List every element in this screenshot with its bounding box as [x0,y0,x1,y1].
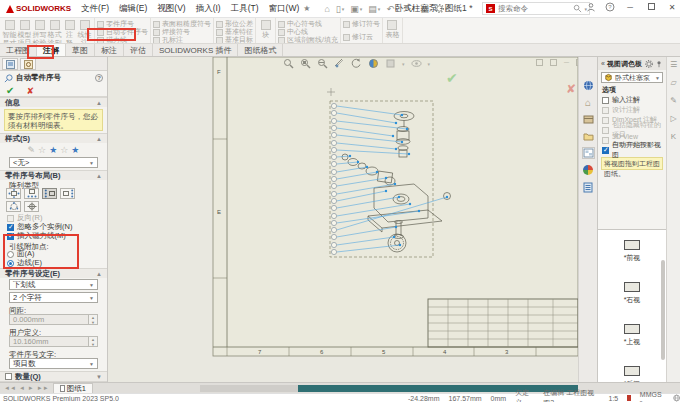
auto-balloons[interactable] [331,103,336,254]
home-icon[interactable]: ⌂ [324,4,329,14]
pm-section-settings[interactable]: 零件序号设定(E)▲ [0,268,107,278]
rotate-view-icon[interactable] [351,58,362,69]
menu-handle-icon[interactable]: ☰ [670,60,677,69]
palette-scrollbar[interactable] [661,260,665,360]
tab-drawing[interactable]: 工程图 [0,44,37,56]
quantity-checkbox[interactable] [5,373,12,380]
zoom-area-icon[interactable] [300,58,311,69]
previous-view-icon[interactable] [317,58,328,69]
pm-section-quantity[interactable]: 数量(Q)▼ [0,371,107,381]
menu-edit[interactable]: 编辑(E) [119,3,147,15]
doc-cascade-icon[interactable] [550,59,557,66]
palette-assembly-combo[interactable]: 卧式柱塞泵▼ [601,72,663,83]
balloon-marker[interactable] [331,169,336,174]
auto-start-projected-view-checkbox[interactable] [602,147,609,154]
prev-sheet-button[interactable]: ◄ [19,385,25,391]
pm-help-icon[interactable]: ? [95,74,103,82]
user-defined-input[interactable]: 10.160mm [9,336,89,347]
balloon-marker[interactable] [331,242,336,247]
markup-text-icon[interactable]: K [671,132,676,141]
palette-view-back[interactable]: *后视 [598,356,666,382]
status-help-icon[interactable] [673,394,680,402]
balloon-marker[interactable] [331,234,336,239]
status-tag-icon[interactable] [627,395,631,401]
balloon-marker[interactable] [331,205,336,210]
pm-ok-button[interactable]: ✔ [6,85,14,96]
style-combo[interactable]: <无>▼ [9,157,98,168]
graphics-area[interactable]: FE76543 [108,57,578,382]
pattern-highlight-button[interactable] [24,201,39,212]
search-input[interactable] [498,4,573,13]
custom-properties-icon[interactable] [582,181,595,193]
balloon-marker[interactable] [331,220,336,225]
markup-eraser-icon[interactable]: ▱ [670,78,676,87]
hud-dropdown-icon-2[interactable]: ▾ [428,61,431,67]
model-items-button[interactable]: 模型项目 [17,19,32,42]
balloon-marker[interactable] [331,125,336,130]
balloon-marker[interactable] [331,227,336,232]
pm-section-layout[interactable]: 零件序号布局(B)▲ [0,170,107,180]
pm-section-style[interactable]: 样式(S)▲ [0,133,107,143]
magnetic-lines-checkbox[interactable] [7,233,14,240]
edge-radio-row[interactable]: 边线(E) [0,259,107,267]
style-add-icon[interactable]: ★ [71,145,79,155]
palette-view-right[interactable]: *右视 [598,272,666,314]
palette-gear-icon[interactable] [645,60,653,68]
balloon-marker[interactable] [331,110,336,115]
sw-resources-icon[interactable] [582,79,595,91]
pm-section-info[interactable]: 信息▲ [0,97,107,107]
menu-insert[interactable]: 插入(I) [196,3,221,15]
spacing-spinner[interactable]: ▲▼ [89,314,98,325]
pattern-bottom-button[interactable] [24,188,39,199]
auto-start-projected-view-row[interactable]: 自动开始投影视图 [598,145,666,155]
menu-window[interactable]: 窗口(W) [269,3,300,15]
section-view-icon[interactable] [334,58,345,69]
tables-button[interactable]: 表格 [385,19,400,42]
pattern-circular-button[interactable] [6,201,21,212]
balloon-marker[interactable] [331,213,336,218]
status-units-selector[interactable]: MMGS ▾ [640,391,664,402]
display-style-icon[interactable] [385,58,396,69]
markup-pen-icon[interactable]: ✎ [670,96,677,105]
menu-view[interactable]: 视图(V) [157,3,185,15]
palette-view-top[interactable]: *上视 [598,314,666,356]
balloon-marker[interactable] [331,118,336,123]
tab-addins[interactable]: SOLIDWORKS 插件 [153,44,238,56]
3d-view-annotations-checkbox[interactable] [602,137,609,144]
style-star-icon[interactable]: ☆ [38,145,46,155]
balloon-marker[interactable] [331,183,336,188]
ignore-instances-row[interactable]: 忽略多个实例(N) [0,223,107,231]
save-icon[interactable]: ▣▾ [350,4,362,14]
reverse-checkbox-row[interactable]: 反向(R) [0,214,107,222]
edge-radio[interactable] [7,260,14,267]
close-button[interactable]: ✕ [666,3,678,12]
style-edit-icon[interactable]: ✎ [28,145,36,155]
view-palette-tab-icon[interactable] [582,147,595,159]
style-delete-icon[interactable]: ☆ [60,145,68,155]
hole-callout-button[interactable]: 孔标注 [153,36,211,44]
block-button[interactable]: 块 [258,19,273,42]
doc-minimize-button[interactable]: ─ [564,59,569,66]
balloon-marker[interactable] [331,161,336,166]
smart-dimension-button[interactable]: 智能尺寸 [2,19,17,42]
pm-cancel-button[interactable]: ✘ [26,86,34,96]
last-sheet-button[interactable]: ►► [37,385,49,391]
balloon-marker[interactable] [331,191,336,196]
print-icon[interactable]: ▤▾ [368,4,380,14]
revision-symbol-button[interactable]: 修订符号 [343,20,380,28]
next-sheet-button[interactable]: ► [28,385,34,391]
palette-view-front[interactable]: *前视 [598,230,666,272]
format-painter-button[interactable]: 格式涂刷 [47,19,62,42]
balloon-marker[interactable] [331,249,336,254]
sheet-tab[interactable]: 图纸1 [53,383,93,393]
balloon-marker[interactable] [331,132,336,137]
balloon-marker[interactable] [331,103,336,108]
drawing-sheet[interactable]: FE76543 [108,57,578,382]
help-icon[interactable]: ? [605,2,615,12]
new-document-icon[interactable]: ▯▾ [336,4,344,14]
magnetic-lines-row[interactable]: 插入磁力线(M) [0,232,107,240]
balloon-marker[interactable] [331,140,336,145]
hud-dropdown-icon[interactable]: ▾ [402,61,405,67]
balloon-marker[interactable] [331,154,336,159]
revision-cloud-button[interactable]: 修订云 [343,33,380,41]
